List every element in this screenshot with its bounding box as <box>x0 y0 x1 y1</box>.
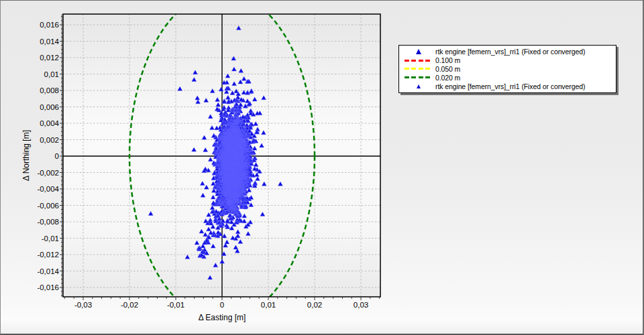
svg-text:0,004: 0,004 <box>40 119 59 127</box>
dashed-line-icon <box>405 60 433 62</box>
svg-text:-0,012: -0,012 <box>37 251 59 259</box>
svg-text:0: 0 <box>220 301 224 309</box>
legend-item: rtk engine [femern_vrs]_rri1 (Fixed or c… <box>402 82 613 90</box>
svg-text:0,006: 0,006 <box>40 103 59 111</box>
legend: rtk engine [femern_vrs]_rri1 (Fixed or c… <box>398 45 616 93</box>
triangle-marker-icon <box>416 49 421 54</box>
svg-text:0: 0 <box>55 152 59 160</box>
svg-text:-0,01: -0,01 <box>42 234 59 243</box>
svg-text:-0,014: -0,014 <box>37 267 59 275</box>
svg-text:0,012: 0,012 <box>40 54 59 62</box>
chart-window: -0,03-0,02-0,0100,010,020,030,0160,0140,… <box>0 0 644 335</box>
svg-text:0,03: 0,03 <box>354 301 368 309</box>
svg-text:-0,002: -0,002 <box>37 169 59 177</box>
svg-text:0,01: 0,01 <box>44 70 59 78</box>
legend-label: 0.100 m <box>435 56 460 64</box>
svg-text:0,008: 0,008 <box>40 86 59 94</box>
svg-text:-0,03: -0,03 <box>74 301 92 309</box>
svg-text:-0,02: -0,02 <box>121 301 138 309</box>
dashed-line-icon <box>405 76 433 78</box>
svg-text:-0,008: -0,008 <box>37 218 59 226</box>
svg-text:-0,01: -0,01 <box>167 301 184 309</box>
legend-label: rtk engine [femern_vrs]_rri1 (Fixed or c… <box>435 82 585 90</box>
legend-item: rtk engine [femern_vrs]_rri1 (Fixed or c… <box>402 48 613 56</box>
legend-item: 0.050 m <box>402 65 613 74</box>
svg-text:0,014: 0,014 <box>40 38 59 46</box>
svg-text:0,01: 0,01 <box>261 301 276 309</box>
y-axis-title: Δ Northing [m] <box>21 130 31 181</box>
svg-text:0,002: 0,002 <box>40 136 59 144</box>
dashed-line-icon <box>405 68 433 70</box>
legend-item: 0.020 m <box>402 73 613 82</box>
svg-text:0,02: 0,02 <box>307 301 322 309</box>
legend-label: 0.020 m <box>435 74 460 82</box>
legend-label: rtk engine [femern_vrs]_rri1 (Fixed or c… <box>435 48 585 56</box>
triangle-marker-icon <box>417 84 421 88</box>
svg-text:-0,004: -0,004 <box>37 185 59 193</box>
svg-text:-0,006: -0,006 <box>37 202 59 210</box>
legend-label: 0.050 m <box>435 65 460 73</box>
svg-text:-0,016: -0,016 <box>37 283 59 291</box>
svg-text:0,016: 0,016 <box>40 21 59 29</box>
legend-item: 0.100 m <box>402 56 613 65</box>
x-axis-title: Δ Easting [m] <box>199 313 246 322</box>
